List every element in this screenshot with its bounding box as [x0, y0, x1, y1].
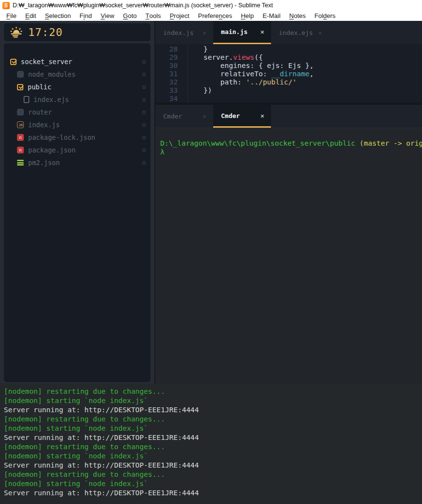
menu-item-goto[interactable]: Goto: [118, 11, 141, 21]
code-text: relativeTo: __dirname,: [178, 70, 314, 78]
tree-item-pm2.json[interactable]: pm2.json: [4, 156, 151, 169]
tree-item-node_modules[interactable]: node_modules: [4, 68, 151, 81]
code-editor[interactable]: 28 }29 server.views({30 engines: { ejs: …: [155, 44, 422, 102]
js-file-icon: JS: [17, 121, 24, 128]
editor-column: index.js✕main.js✕index.ejs✕ 28 }29 serve…: [155, 21, 422, 384]
tree-item-index.ejs[interactable]: index.ejs: [4, 93, 151, 106]
tree-item-label: pm2.json: [28, 159, 60, 167]
main-row: 17:20 socket_servernode_modulespublicind…: [0, 21, 422, 384]
menu-item-e-mail[interactable]: E-Mail: [258, 11, 285, 21]
menu-item-edit[interactable]: Edit: [21, 11, 40, 21]
editor-tab-index.js[interactable]: index.js✕: [155, 21, 213, 44]
status-circle-icon[interactable]: [142, 98, 146, 101]
console-line: [nodemon] starting `node index.js`: [4, 452, 422, 461]
terminal-output[interactable]: D:\_laragon\www\fc\plugin\socket_server\…: [155, 128, 422, 384]
console-line: [nodemon] starting `node index.js`: [4, 424, 422, 433]
line-number: 31: [155, 70, 178, 78]
menu-item-find[interactable]: Find: [75, 11, 96, 21]
line-number: 34: [155, 95, 178, 103]
menu-item-file[interactable]: File: [2, 11, 21, 21]
menu-item-preferences[interactable]: Preferences: [194, 11, 236, 21]
clock-widget: 17:20: [4, 23, 151, 41]
menu-item-selection[interactable]: Selection: [40, 11, 75, 21]
sublime-text-window: S D:₩_laragon₩www₩fc₩plugin₩socket_serve…: [0, 0, 422, 504]
console-line: Server running at: http://DESKTOP-EEE1JR…: [4, 461, 422, 470]
editor-tab-bar: index.js✕main.js✕index.ejs✕: [155, 21, 422, 44]
terminal-line: D:\_laragon\www\fc\plugin\socket_server\…: [160, 139, 422, 148]
editor-tab-main.js[interactable]: main.js✕: [213, 21, 271, 44]
menu-item-view[interactable]: View: [96, 11, 118, 21]
code-text: path: '../public/': [178, 78, 297, 86]
closed-folder-icon: [17, 109, 24, 116]
console-line: [nodemon] restarting due to changes...: [4, 470, 422, 479]
line-number: 30: [155, 62, 178, 70]
console-line: [nodemon] restarting due to changes...: [4, 442, 422, 452]
menu-item-project[interactable]: Project: [165, 11, 193, 21]
file-icon: [24, 96, 29, 103]
titlebar: S D:₩_laragon₩www₩fc₩plugin₩socket_serve…: [0, 0, 422, 11]
close-tab-icon[interactable]: ✕: [318, 29, 322, 36]
menu-item-notes[interactable]: Notes: [285, 11, 310, 21]
tree-item-router[interactable]: router: [4, 106, 151, 118]
tree-item-label: package.json: [28, 146, 76, 154]
status-circle-icon[interactable]: [142, 73, 146, 76]
code-line: 34: [155, 95, 422, 103]
tree-item-package.json[interactable]: npackage.json: [4, 144, 151, 156]
open-folder-icon: [10, 59, 17, 65]
menu-item-folders[interactable]: Folders: [310, 11, 340, 21]
code-token: ({: [254, 53, 263, 61]
terminal-tab-Cmder[interactable]: Cmder✕: [213, 105, 271, 128]
code-token: '../public/': [246, 78, 297, 86]
terminal-tab-bar: Cmder✕Cmder✕: [155, 105, 422, 128]
code-token: relativeTo:: [186, 70, 271, 78]
code-token: ,: [309, 70, 314, 78]
clock-time: 17:20: [28, 26, 63, 38]
tree-item-public[interactable]: public: [4, 81, 151, 93]
db-file-icon: [17, 160, 24, 166]
tree-item-label: socket_server: [21, 58, 72, 66]
terminal-tab-Cmder[interactable]: Cmder✕: [155, 105, 213, 128]
line-number: 33: [155, 86, 178, 95]
open-folder-icon: [17, 84, 23, 90]
tree-item-package-lock.json[interactable]: npackage-lock.json: [4, 131, 151, 144]
line-number: 32: [155, 78, 178, 86]
tab-label: main.js: [221, 28, 248, 35]
terminal-text: (master -> origin): [359, 139, 422, 147]
close-tab-icon[interactable]: ✕: [260, 28, 264, 35]
sublime-logo-icon: S: [2, 2, 10, 9]
console-line: Server running at: http://DESKTOP-EEE1JR…: [4, 488, 422, 498]
menu-item-tools[interactable]: Tools: [141, 11, 166, 21]
status-circle-icon[interactable]: [142, 111, 146, 114]
tree-item-label: package-lock.json: [28, 134, 95, 141]
line-number: 28: [155, 45, 178, 53]
terminal-text: D:\_laragon\www\fc\plugin\socket_server\…: [160, 139, 359, 147]
line-number: 29: [155, 53, 178, 62]
sidebar: 17:20 socket_servernode_modulespublicind…: [0, 21, 154, 384]
tree-item-socket_server[interactable]: socket_server: [4, 55, 151, 68]
code-line: 30 engines: { ejs: Ejs },: [155, 62, 422, 70]
build-output-panel[interactable]: [nodemon] restarting due to changes...[n…: [0, 384, 422, 504]
code-token: __dirname: [271, 70, 310, 78]
status-circle-icon[interactable]: [142, 60, 146, 64]
close-tab-icon[interactable]: ✕: [260, 112, 264, 119]
code-text: }): [178, 86, 212, 95]
status-circle-icon[interactable]: [142, 85, 146, 89]
console-line: Server running at: http://DESKTOP-EEE1JR…: [4, 433, 422, 442]
status-circle-icon[interactable]: [142, 149, 146, 152]
code-text: engines: { ejs: Ejs },: [178, 62, 314, 70]
close-tab-icon[interactable]: ✕: [203, 113, 206, 120]
tree-item-index.js[interactable]: JSindex.js: [4, 118, 151, 131]
tab-label: index.ejs: [279, 29, 313, 36]
status-circle-icon[interactable]: [142, 123, 146, 127]
status-circle-icon[interactable]: [142, 136, 146, 139]
status-circle-icon[interactable]: [142, 161, 146, 165]
npm-file-icon: n: [17, 147, 24, 153]
close-tab-icon[interactable]: ✕: [203, 29, 206, 36]
menu-item-help[interactable]: Help: [236, 11, 258, 21]
code-text: server.views({: [178, 53, 263, 62]
code-token: }): [186, 86, 212, 94]
terminal-line: λ: [160, 148, 422, 156]
editor-tab-index.ejs[interactable]: index.ejs✕: [271, 21, 329, 44]
code-text: }: [178, 45, 208, 53]
code-line: 31 relativeTo: __dirname,: [155, 70, 422, 78]
